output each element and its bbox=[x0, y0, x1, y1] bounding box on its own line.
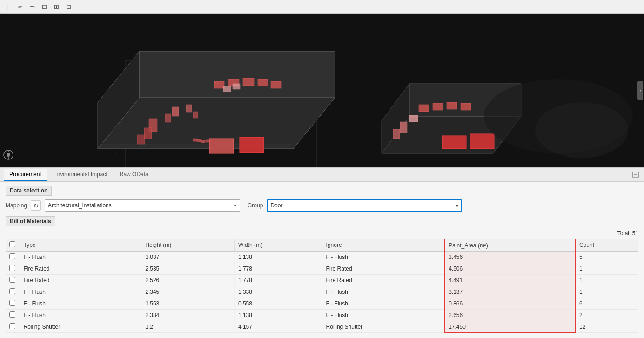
group-label: Group bbox=[248, 202, 263, 209]
draw-tool-button[interactable]: ✏ bbox=[15, 2, 25, 12]
svg-rect-26 bbox=[206, 140, 209, 142]
row-checkbox[interactable] bbox=[9, 300, 15, 306]
bom-total-row: Total: 51 bbox=[6, 230, 638, 237]
row-checkbox-cell bbox=[6, 310, 20, 321]
bom-section: Bill of Materials Total: 51 Type Height … bbox=[6, 216, 638, 333]
row-checkbox[interactable] bbox=[9, 288, 15, 294]
table-row[interactable]: F - Flush 3.037 1.138 F - Flush 3.456 5 bbox=[6, 252, 638, 263]
header-checkbox-cell bbox=[6, 239, 20, 252]
panel-content: Data selection Mapping ↻ Architectural_I… bbox=[0, 182, 644, 338]
cell-paint-area: 2.656 bbox=[444, 310, 575, 321]
add-tool-button[interactable]: ⊞ bbox=[51, 2, 61, 12]
row-checkbox[interactable] bbox=[9, 277, 15, 283]
tab-procurement[interactable]: Procurement bbox=[4, 169, 47, 181]
svg-rect-23 bbox=[193, 139, 197, 141]
cell-height: 2.334 bbox=[141, 310, 235, 321]
svg-rect-10 bbox=[258, 79, 268, 86]
cell-paint-area: 17.450 bbox=[444, 321, 575, 333]
data-selection-header: Data selection bbox=[6, 186, 52, 196]
cell-width: 0.558 bbox=[234, 298, 322, 310]
header-paint-area: Paint_Area (m²) bbox=[444, 239, 575, 252]
cell-height: 3.037 bbox=[141, 252, 235, 263]
cell-count: 5 bbox=[575, 252, 638, 263]
viewport-collapse-handle[interactable]: › bbox=[637, 81, 643, 100]
svg-rect-14 bbox=[137, 135, 145, 144]
svg-rect-38 bbox=[393, 129, 400, 139]
cell-width: 1.778 bbox=[234, 275, 322, 286]
svg-point-42 bbox=[121, 95, 121, 96]
viewport[interactable]: › bbox=[0, 14, 644, 167]
select-all-checkbox[interactable] bbox=[9, 241, 15, 247]
group-select[interactable]: Door Window Wall Floor Ceiling bbox=[267, 199, 462, 212]
header-count: Count bbox=[575, 239, 638, 252]
cell-paint-area: 3.137 bbox=[444, 286, 575, 298]
svg-rect-20 bbox=[193, 112, 198, 118]
bom-total-label: Total: 51 bbox=[617, 230, 638, 237]
group-form-group: Group Door Window Wall Floor Ceiling ▼ bbox=[248, 199, 462, 212]
panel-settings-icon[interactable] bbox=[631, 170, 640, 179]
cell-ignore: Fire Rated bbox=[322, 263, 444, 275]
data-selection-section: Data selection Mapping ↻ Architectural_I… bbox=[6, 186, 638, 212]
svg-point-44 bbox=[326, 107, 326, 107]
svg-rect-25 bbox=[201, 140, 205, 143]
cell-count: 12 bbox=[575, 321, 638, 333]
row-checkbox[interactable] bbox=[9, 323, 15, 329]
tabs-bar: Procurement Environmental Impact Raw ODa… bbox=[0, 168, 644, 182]
minus-tool-button[interactable]: ⊟ bbox=[63, 2, 74, 12]
header-ignore: Ignore bbox=[322, 239, 444, 252]
svg-point-40 bbox=[535, 102, 628, 158]
svg-rect-31 bbox=[433, 103, 443, 110]
row-checkbox-cell bbox=[6, 298, 20, 310]
row-checkbox-cell bbox=[6, 275, 20, 286]
row-checkbox[interactable] bbox=[9, 265, 15, 271]
svg-rect-36 bbox=[409, 115, 418, 122]
cell-width: 1.338 bbox=[234, 286, 322, 298]
tab-raw-odata[interactable]: Raw OData bbox=[114, 169, 154, 181]
rectangle-tool-button[interactable]: ▭ bbox=[27, 2, 37, 12]
svg-rect-9 bbox=[243, 78, 254, 86]
bom-table: Type Height (m) Width (m) Ignore Paint_A… bbox=[6, 239, 638, 333]
svg-point-46 bbox=[335, 106, 335, 106]
row-checkbox[interactable] bbox=[9, 253, 15, 259]
svg-rect-33 bbox=[461, 103, 471, 110]
cell-height: 2.526 bbox=[141, 275, 235, 286]
svg-point-47 bbox=[111, 148, 112, 149]
svg-rect-13 bbox=[144, 128, 152, 139]
svg-rect-30 bbox=[419, 105, 429, 112]
svg-point-49 bbox=[116, 153, 116, 153]
cell-type: F - Flush bbox=[20, 286, 141, 298]
table-row[interactable]: F - Flush 2.334 1.138 F - Flush 2.656 2 bbox=[6, 310, 638, 321]
cell-count: 2 bbox=[575, 310, 638, 321]
svg-rect-34 bbox=[442, 136, 466, 149]
svg-rect-15 bbox=[209, 139, 234, 153]
table-row[interactable]: Fire Rated 2.526 1.778 Fire Rated 4.491 … bbox=[6, 275, 638, 286]
cell-height: 2.345 bbox=[141, 286, 235, 298]
cell-width: 1.778 bbox=[234, 263, 322, 275]
table-row[interactable]: Fire Rated 2.535 1.778 Fire Rated 4.506 … bbox=[6, 263, 638, 275]
table-row[interactable]: F - Flush 1.553 0.558 F - Flush 0.866 6 bbox=[6, 298, 638, 310]
cell-ignore: F - Flush bbox=[322, 252, 444, 263]
header-width: Width (m) bbox=[234, 239, 322, 252]
tab-environmental-impact[interactable]: Environmental Impact bbox=[48, 169, 113, 181]
capture-tool-button[interactable]: ⊡ bbox=[39, 2, 49, 12]
cell-paint-area: 3.456 bbox=[444, 252, 575, 263]
select-tool-button[interactable]: ⊹ bbox=[3, 2, 13, 12]
mapping-select[interactable]: Architectural_Installations bbox=[45, 199, 240, 212]
svg-rect-21 bbox=[223, 86, 231, 92]
table-row[interactable]: Rolling Shutter 1.2 4.157 Rolling Shutte… bbox=[6, 321, 638, 333]
row-checkbox-cell bbox=[6, 252, 20, 263]
cell-count: 6 bbox=[575, 298, 638, 310]
svg-point-43 bbox=[112, 100, 112, 100]
cell-width: 4.157 bbox=[234, 321, 322, 333]
svg-point-45 bbox=[330, 109, 331, 110]
row-checkbox[interactable] bbox=[9, 311, 15, 318]
table-row[interactable]: F - Flush 2.345 1.338 F - Flush 3.137 1 bbox=[6, 286, 638, 298]
svg-rect-22 bbox=[233, 84, 240, 89]
row-checkbox-cell bbox=[6, 321, 20, 333]
mapping-label: Mapping bbox=[6, 202, 27, 209]
table-header-row: Type Height (m) Width (m) Ignore Paint_A… bbox=[6, 239, 638, 252]
refresh-button[interactable]: ↻ bbox=[31, 200, 41, 211]
svg-rect-18 bbox=[165, 114, 171, 122]
group-select-wrapper: Door Window Wall Floor Ceiling ▼ bbox=[267, 199, 462, 212]
svg-rect-32 bbox=[447, 102, 457, 109]
